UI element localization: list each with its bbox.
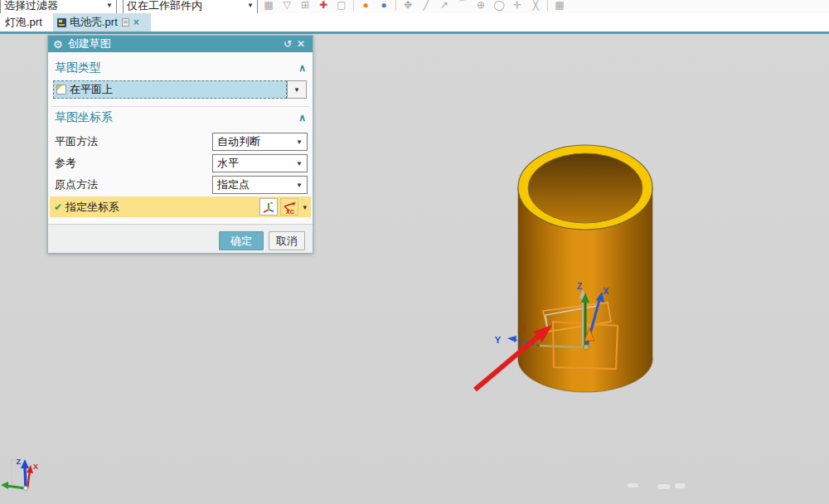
top-toolbar: 选择过滤器 ▼ 仅在工作部件内 ▼ ▦ ▽ ⊞ ✚ ▢ ● ● ✥ ╱ ↗ ⌒ … — [0, 0, 829, 13]
sketch-type-section-header[interactable]: 草图类型 ∧ — [55, 60, 306, 76]
origin-method-dropdown[interactable]: 指定点 ▼ — [212, 176, 308, 194]
dialog-title: 创建草图 — [68, 36, 111, 51]
arrow-icon[interactable]: ↗ — [438, 0, 451, 11]
selection-scope-combo[interactable]: 仅在工作部件内 ▼ — [123, 0, 258, 13]
tab-label: 灯泡.prt — [5, 15, 42, 30]
filter-icon[interactable]: ▽ — [280, 0, 293, 11]
cylinder-inner-wall — [528, 153, 642, 223]
reference-dropdown[interactable]: 水平 ▼ — [212, 154, 308, 172]
selection-scope-value: 仅在工作部件内 — [127, 0, 202, 13]
dropdown-arrow-icon: ▼ — [296, 160, 303, 167]
nx-window: 选择过滤器 ▼ 仅在工作部件内 ▼ ▦ ▽ ⊞ ✚ ▢ ● ● ✥ ╱ ↗ ⌒ … — [0, 0, 829, 504]
cross-icon[interactable]: ✛ — [511, 0, 524, 11]
shaded-sphere-icon[interactable]: ● — [359, 0, 372, 11]
section-title: 草图坐标系 — [55, 110, 113, 125]
point-snap-icon[interactable]: ✚ — [317, 0, 330, 11]
check-icon: ✔ — [54, 201, 62, 213]
dropdown-arrow-icon[interactable]: ▼ — [101, 2, 113, 9]
watermark — [657, 484, 670, 489]
on-plane-icon — [56, 85, 66, 94]
reference-label: 参考 — [55, 156, 76, 171]
y-axis-arrowhead — [507, 336, 516, 342]
origin-ball[interactable] — [584, 345, 589, 350]
dropdown-arrow-icon: ▼ — [296, 182, 303, 189]
snap-grid-icon[interactable]: ▦ — [262, 0, 275, 11]
close-icon[interactable]: ✕ — [294, 38, 308, 50]
toolbar-separator — [547, 0, 548, 11]
sketch-csys-section-header[interactable]: 草图坐标系 ∧ — [55, 109, 306, 126]
tab-label: 电池壳.prt — [70, 15, 118, 30]
plane-method-value: 自动判断 — [217, 134, 260, 149]
view-orientation-triad[interactable]: Z X — [1, 458, 38, 491]
selection-filter-combo[interactable]: 选择过滤器 ▼ — [0, 0, 117, 13]
menu-down-icon[interactable]: ▾ — [303, 203, 307, 211]
triad-x-label: X — [33, 463, 38, 471]
x-axis-label: X — [603, 286, 609, 296]
reset-icon[interactable]: ↺ — [281, 38, 294, 50]
x-mark-icon[interactable]: ╳ — [529, 0, 542, 11]
dropdown-arrow-icon: ▼ — [293, 86, 300, 94]
move-icon[interactable]: ✥ — [401, 0, 414, 11]
create-sketch-dialog: ⚙ 创建草图 ↺ ✕ 草图类型 ∧ 在平面上 ▼ 草图坐标系 ∧ 平面方法 自动… — [47, 35, 313, 253]
triad-z-arrowhead — [21, 459, 29, 468]
ok-button[interactable]: 确定 — [219, 231, 264, 250]
toolbar-separator — [395, 0, 396, 11]
toolbar-separator — [353, 0, 354, 11]
z-axis-label: Z — [577, 281, 583, 291]
triad-z-axis — [25, 467, 26, 488]
section-title: 草图类型 — [55, 61, 101, 75]
sketch-type-value: 在平面上 — [70, 82, 113, 97]
wireframe-sphere-icon[interactable]: ● — [377, 0, 390, 11]
selection-box-icon[interactable]: ▢ — [335, 0, 348, 11]
part-file-icon — [57, 18, 66, 27]
watermark — [628, 483, 638, 487]
chevron-up-icon[interactable]: ∧ — [298, 62, 306, 74]
gear-icon: ⚙ — [53, 38, 63, 51]
wcs-button[interactable]: XC — [280, 198, 298, 216]
circle-icon[interactable]: ◯ — [492, 0, 506, 11]
dialog-title-bar[interactable]: ⚙ 创建草图 ↺ ✕ — [48, 36, 313, 52]
triad-z-label: Z — [17, 458, 22, 466]
grid-icon[interactable]: ▦ — [553, 0, 566, 11]
triad-origin-ball — [23, 486, 27, 490]
ok-button-label: 确定 — [230, 234, 252, 249]
x-red-label: X — [521, 324, 526, 333]
csys-icon — [262, 201, 275, 214]
modified-badge-icon — [122, 18, 129, 27]
plane-method-dropdown[interactable]: 自动判断 ▼ — [212, 133, 308, 151]
cylinder-body[interactable] — [518, 145, 652, 392]
cancel-button[interactable]: 取消 — [269, 231, 305, 250]
separator — [51, 106, 309, 107]
toolbar-icon-strip: ▦ ▽ ⊞ ✚ ▢ ● ● ✥ ╱ ↗ ⌒ ⊕ ◯ ✛ ╳ ▦ — [262, 0, 566, 13]
arc-icon[interactable]: ⌒ — [456, 0, 469, 12]
dropdown-arrow-icon[interactable]: ▼ — [242, 2, 254, 9]
reference-value: 水平 — [217, 156, 239, 171]
triad-y-axis — [6, 486, 25, 488]
part-tab-bar: 灯泡.prt 电池壳.prt × — [0, 13, 829, 32]
watermark — [675, 483, 686, 488]
wcs-text: XC — [286, 209, 294, 215]
marquee-icon[interactable]: ⊞ — [298, 0, 312, 11]
y-axis-label: Y — [495, 335, 502, 345]
circle-center-icon[interactable]: ⊕ — [474, 0, 487, 11]
triad-y-arrowhead — [1, 482, 8, 489]
specify-csys-row[interactable]: ✔ 指定坐标系 XC ▾ — [50, 196, 311, 217]
wcs-icon: XC — [281, 200, 298, 215]
sketch-type-dropdown-button[interactable]: ▼ — [287, 80, 307, 99]
chevron-up-icon[interactable]: ∧ — [298, 112, 306, 124]
tab-dengpao-prt[interactable]: 灯泡.prt — [0, 13, 51, 32]
origin-method-value: 指定点 — [217, 177, 250, 192]
tab-close-icon[interactable]: × — [133, 17, 139, 28]
triad-x-axis — [27, 471, 30, 488]
specify-csys-label: 指定坐标系 — [65, 200, 119, 215]
csys-dialog-button[interactable] — [259, 198, 278, 216]
sketch-type-combo[interactable]: 在平面上 — [53, 80, 287, 99]
selection-filter-value: 选择过滤器 — [4, 0, 58, 13]
plane-method-label: 平面方法 — [55, 134, 98, 149]
origin-method-label: 原点方法 — [55, 177, 98, 192]
line-icon[interactable]: ╱ — [419, 0, 433, 11]
dialog-footer: 确定 取消 — [48, 224, 313, 253]
tab-dianchike-prt-active[interactable]: 电池壳.prt × — [53, 13, 151, 32]
cancel-button-label: 取消 — [276, 234, 298, 249]
dropdown-arrow-icon: ▼ — [296, 138, 303, 146]
